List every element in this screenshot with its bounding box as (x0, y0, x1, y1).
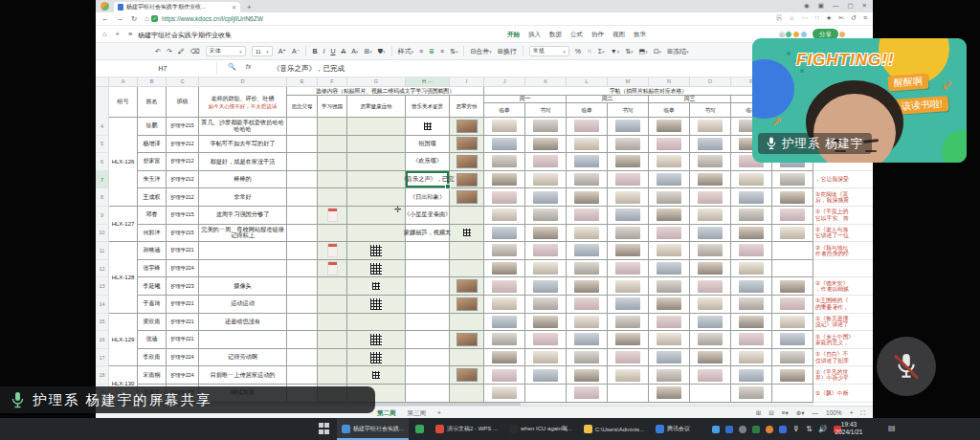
cell-housework[interactable] (450, 242, 484, 260)
cell-calligraphy[interactable] (731, 225, 772, 243)
cell-calligraphy[interactable] (484, 260, 525, 278)
cell-calligraphy[interactable] (731, 242, 772, 260)
cell-calligraphy[interactable] (608, 242, 649, 260)
header-comment[interactable]: 老师的鼓励、评价、吐槽如今天心情不好，不太想说话 (199, 87, 287, 118)
sheet-tab-0[interactable]: 第二周 (377, 407, 396, 418)
cell-class[interactable]: 护理学224 (167, 366, 199, 385)
favorites-icon[interactable]: ★ (826, 14, 832, 22)
number-format-select[interactable]: 常规▾ (529, 46, 569, 56)
cell-miss-parents[interactable] (287, 314, 318, 332)
cell-name[interactable]: 宋雨桐 (138, 366, 167, 385)
cell-calligraphy[interactable] (649, 296, 690, 314)
cell-calligraphy[interactable] (690, 118, 731, 136)
cell-class[interactable]: 护理学212 (167, 171, 199, 189)
notification-center-icon[interactable]: ▤ (888, 424, 896, 432)
back-icon[interactable]: ← (101, 14, 109, 23)
cell-miss-parents[interactable] (287, 171, 318, 189)
home-doc-icon[interactable]: ⌂ (102, 30, 107, 38)
cell-xuexi[interactable] (318, 277, 347, 296)
corner-cell[interactable] (96, 77, 109, 86)
cell-calligraphy[interactable] (690, 385, 731, 403)
cell-calligraphy[interactable] (731, 188, 772, 207)
cell-calligraphy[interactable] (772, 366, 813, 385)
cell-music-art[interactable] (406, 385, 450, 403)
comment-list-icon[interactable]: ≡▾ (782, 407, 789, 418)
cell-xuexi[interactable] (318, 136, 347, 154)
cell-calligraphy[interactable] (649, 242, 690, 260)
bookmark-star-icon[interactable]: ☆ (789, 14, 794, 22)
cell-calligraphy[interactable] (690, 296, 731, 314)
close-button[interactable]: ✕ (862, 2, 867, 10)
cell-name[interactable]: 于嘉琦 (138, 296, 167, 314)
cell-miss-parents[interactable] (287, 331, 318, 349)
cell-calligraphy[interactable] (608, 136, 649, 154)
header-housework[interactable]: 居家劳动 (450, 96, 484, 118)
cell-name[interactable]: 杨增泽 (138, 136, 167, 154)
cell-calligraphy[interactable] (567, 136, 608, 154)
cell-music-art[interactable]: 《音乐之声》，已完 (406, 171, 450, 189)
cell-calligraphy[interactable] (525, 296, 567, 314)
cell-xuexi[interactable] (318, 207, 347, 225)
cell-calligraphy[interactable] (731, 331, 772, 349)
row-number[interactable]: 10 (96, 225, 109, 243)
sheet-tab-1[interactable]: 第三周 (408, 407, 427, 418)
cell-note[interactable]: ，它让我深受 (813, 171, 873, 189)
cell-calligraphy[interactable] (690, 277, 731, 296)
cell-calligraphy[interactable] (567, 314, 608, 332)
cell-comment[interactable]: 摄像头 (199, 277, 287, 296)
font-name-select[interactable]: 宋体▾ (206, 46, 246, 56)
cell-class[interactable]: 护理学221 (167, 331, 199, 349)
cell-calligraphy[interactable] (484, 242, 525, 260)
borders-icon[interactable]: ⊞▾ (364, 48, 371, 55)
cell-miss-parents[interactable] (287, 366, 318, 385)
freeze-panes-button[interactable]: ⊞冻结▾ (667, 47, 688, 56)
percent-icon[interactable]: % (575, 48, 581, 55)
col-letter-F[interactable]: F (318, 77, 347, 86)
cell-name[interactable]: 舒家富 (138, 153, 167, 171)
cell-music-art[interactable] (406, 314, 450, 332)
cell-class[interactable]: 护理学212 (167, 188, 199, 207)
row-number[interactable]: 11 (96, 242, 109, 260)
cell-music-art[interactable] (406, 366, 450, 385)
wrap-text-button[interactable]: ⊞换行 (498, 47, 517, 56)
cell-calligraphy[interactable] (484, 385, 525, 403)
cell-housework[interactable] (450, 277, 484, 296)
cell-calligraphy[interactable] (525, 260, 567, 278)
minimize-button[interactable]: — (833, 2, 839, 10)
fill-color-icon[interactable]: ⛊▾ (378, 48, 386, 55)
cell-calligraphy[interactable] (649, 349, 690, 367)
row-number[interactable]: 7 (96, 171, 109, 189)
cell-calligraphy[interactable] (649, 118, 690, 136)
cell-music-art[interactable]: 祖国颂 (406, 136, 450, 154)
cell-calligraphy[interactable] (525, 366, 567, 385)
cell-calligraphy[interactable] (772, 385, 813, 403)
url-text[interactable]: https://www.kdocs.cn/l/cpIjiIUriN6ZW (162, 15, 263, 22)
cell-calligraphy[interactable] (567, 277, 608, 296)
cell-miss-parents[interactable] (287, 260, 318, 278)
cell-exercise[interactable] (347, 366, 406, 385)
cell-class[interactable]: 护理学221 (167, 314, 199, 332)
header-sub-write[interactable]: 书写 (608, 103, 649, 118)
cell-exercise[interactable] (347, 225, 406, 243)
cell-housework[interactable] (450, 188, 484, 207)
cell-exercise[interactable] (347, 331, 406, 349)
cell-exercise[interactable] (347, 349, 406, 367)
header-group[interactable]: 组号 (109, 87, 138, 118)
cell-calligraphy[interactable] (608, 314, 649, 332)
new-doc-icon[interactable]: + (116, 30, 120, 38)
cell-music-art[interactable] (406, 118, 450, 136)
cell-calligraphy[interactable] (649, 136, 690, 154)
new-tab-button[interactable]: + (247, 3, 252, 11)
cell-comment[interactable]: 目前唯一上传居家运动的 (199, 366, 287, 385)
taskbar-clock[interactable]: 19:43 2024/1/21 (825, 421, 873, 436)
tray-icon-globe[interactable] (739, 426, 746, 433)
cell-calligraphy[interactable] (484, 153, 525, 171)
col-letter-E[interactable]: E (287, 77, 318, 86)
reload-icon[interactable]: ↻ (131, 14, 137, 23)
cell-calligraphy[interactable] (690, 171, 731, 189)
cell-comment[interactable]: 都挺好，就是在家没干活 (199, 153, 287, 171)
cell-music-art[interactable] (406, 277, 450, 296)
row-number[interactable]: 6 (96, 153, 109, 171)
menu-1[interactable]: 插入 (528, 31, 541, 39)
cell-calligraphy[interactable] (608, 225, 649, 243)
